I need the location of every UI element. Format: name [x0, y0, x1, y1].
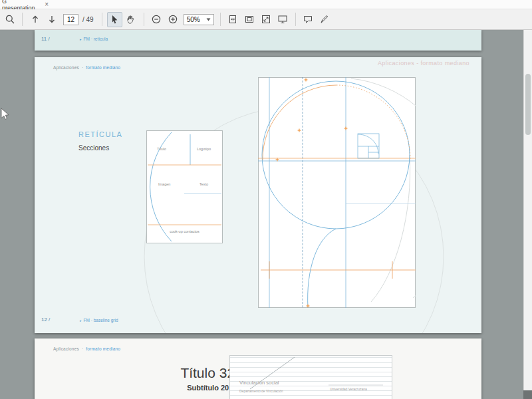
page-count-label: / 49 — [82, 16, 94, 23]
tab-bar: G presentation.... × — [0, 0, 532, 9]
main-toolbar: / 49 50% — [0, 9, 532, 30]
label-logotipo: Logotipo — [197, 147, 211, 151]
label-titulo: Título — [157, 147, 166, 151]
search-icon — [5, 14, 15, 25]
plus-circle-icon — [168, 14, 178, 25]
golden-ratio-diagram — [258, 77, 416, 308]
page-11[interactable]: 11 / ▸ FM · retícula — [35, 30, 481, 51]
toolbar-divider — [295, 13, 296, 26]
page-12-number: 12 / — [41, 317, 50, 323]
breadcrumb: Aplicaciones · formato mediano — [53, 346, 120, 351]
hand-icon — [126, 14, 136, 25]
toolbar-divider — [144, 13, 144, 26]
footer-marker-icon: ▸ — [80, 319, 82, 323]
cursor-arrow-icon — [109, 14, 120, 25]
previous-page-button[interactable] — [27, 12, 43, 27]
sections-diagram: Título Logotipo Imagen Texto cook-up con… — [146, 130, 223, 243]
mouse-cursor — [1, 108, 10, 120]
page-header-right: Aplicaciones - formato mediano — [378, 60, 469, 66]
label-contactos: cook-up contactos — [146, 229, 223, 233]
pen-icon — [319, 14, 330, 25]
page-number-input[interactable] — [63, 14, 78, 25]
zoom-level-select[interactable]: 50% — [184, 14, 214, 25]
page-subtitle: Secciones — [78, 144, 109, 152]
fit-page-icon — [244, 14, 255, 25]
fit-one-full-page-button[interactable] — [242, 12, 257, 27]
card-line-3: Universidad Veracruzana — [330, 387, 367, 391]
toolbar-divider — [102, 13, 102, 26]
next-page-button[interactable] — [44, 12, 59, 27]
page-title: RETÍCULA — [78, 130, 122, 138]
label-imagen: Imagen — [158, 182, 170, 186]
scrollbar-corner — [523, 390, 532, 399]
page-11-footer-label: ▸ FM · retícula — [80, 37, 108, 41]
page-13[interactable]: Aplicaciones · formato mediano Título 32… — [35, 338, 481, 399]
golden-ratio-drawing — [258, 77, 416, 308]
zoom-out-button[interactable] — [149, 12, 164, 27]
hand-tool-button[interactable] — [124, 12, 139, 27]
chevron-down-icon — [206, 18, 211, 21]
presentation-mode-button[interactable] — [275, 12, 291, 27]
comment-button[interactable] — [301, 12, 316, 27]
document-canvas[interactable]: 11 / ▸ FM · retícula Aplicaciones · form… — [0, 30, 523, 399]
fit-width-icon — [227, 14, 238, 25]
toolbar-divider — [220, 13, 221, 26]
fit-width-button[interactable] — [225, 12, 241, 27]
arrow-down-icon — [47, 14, 57, 25]
zoom-level-value: 50% — [187, 16, 200, 23]
toolbar-divider — [22, 13, 23, 26]
highlight-pen-button[interactable] — [317, 12, 332, 27]
page-12[interactable]: Aplicaciones · formato mediano Aplicacio… — [35, 57, 481, 333]
fullscreen-mode-button[interactable] — [259, 12, 274, 27]
minus-circle-icon — [151, 14, 162, 25]
vertical-scrollbar[interactable] — [523, 30, 532, 399]
select-tool-button[interactable] — [107, 12, 122, 27]
breadcrumb: Aplicaciones · formato mediano — [53, 65, 120, 70]
page-11-number: 11 / — [41, 36, 50, 42]
search-button[interactable] — [2, 12, 17, 27]
speech-bubble-icon — [303, 14, 313, 25]
card-line-1: Vinculación social — [239, 380, 279, 386]
footer-marker-icon: ▸ — [80, 37, 82, 41]
presentation-screen-icon — [277, 14, 288, 25]
page-12-footer-label: ▸ FM · baseline grid — [80, 318, 118, 323]
fullscreen-icon — [261, 14, 271, 25]
tab-close-button[interactable]: × — [45, 1, 49, 8]
scrollbar-thumb[interactable] — [525, 74, 531, 135]
document-tab[interactable]: G presentation.... × — [0, 0, 52, 9]
arrow-up-icon — [30, 14, 41, 25]
card-line-2: Departamento de Vinculación — [239, 389, 283, 393]
zoom-in-button[interactable] — [166, 12, 181, 27]
baseline-grid-card: Vinculación social Departamento de Vincu… — [229, 355, 392, 399]
label-texto: Texto — [200, 182, 208, 186]
